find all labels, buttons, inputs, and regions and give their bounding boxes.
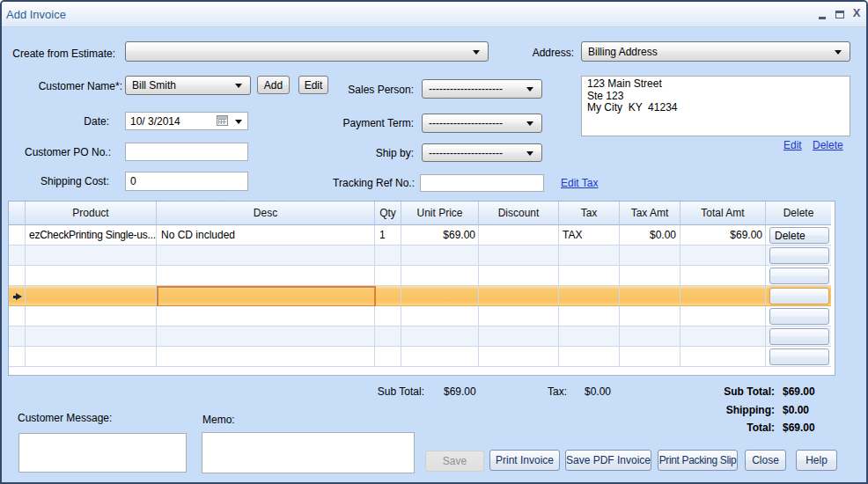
grid-cell-discount[interactable] xyxy=(479,347,559,367)
grid-cell-total-amt[interactable] xyxy=(680,286,766,306)
row-delete-button[interactable] xyxy=(769,288,829,304)
sales-person-combo[interactable]: --------------------- xyxy=(422,79,542,99)
grid-cell-tax-amt[interactable] xyxy=(620,347,680,367)
grid-cell-product[interactable] xyxy=(26,266,157,286)
col-header-discount[interactable]: Discount xyxy=(479,202,559,225)
add-customer-button[interactable]: Add xyxy=(257,76,290,94)
address-edit-link[interactable]: Edit xyxy=(783,139,802,151)
col-header-product[interactable]: Product xyxy=(26,202,157,225)
row-delete-button[interactable] xyxy=(769,328,829,345)
grid-cell-desc[interactable] xyxy=(157,306,375,326)
address-combo[interactable]: Billing Address xyxy=(581,41,850,62)
grid-cell-qty[interactable]: 1 xyxy=(375,225,401,246)
grid-cell-tax[interactable]: TAX xyxy=(559,225,620,246)
save-button[interactable]: Save xyxy=(425,451,484,472)
date-picker[interactable]: 10/ 3/2014 xyxy=(125,112,248,130)
grid-cell-desc[interactable] xyxy=(157,326,375,347)
col-header-qty[interactable]: Qty xyxy=(375,202,401,225)
grid-cell-qty[interactable] xyxy=(375,326,401,347)
col-header-tax-amt[interactable]: Tax Amt xyxy=(620,202,680,225)
grid-cell-tax-amt[interactable]: $0.00 xyxy=(620,225,680,246)
grid-cell-tax[interactable] xyxy=(559,266,620,286)
customer-message-input[interactable] xyxy=(18,433,187,473)
grid-cell-unit-price[interactable]: $69.00 xyxy=(401,225,479,246)
row-selector-cell[interactable] xyxy=(9,266,26,286)
grid-cell-tax-amt[interactable] xyxy=(620,306,680,326)
grid-cell-qty[interactable] xyxy=(375,347,401,367)
grid-cell-unit-price[interactable] xyxy=(401,326,479,347)
grid-cell-total-amt[interactable] xyxy=(680,306,766,326)
grid-cell-discount[interactable] xyxy=(479,326,559,347)
grid-cell-qty[interactable] xyxy=(375,266,401,286)
grid-cell-product[interactable] xyxy=(26,326,157,347)
row-selector-cell[interactable] xyxy=(9,306,26,326)
close-icon[interactable]: X xyxy=(850,6,863,20)
grid-cell-product[interactable]: ezCheckPrinting Single-us... xyxy=(26,225,157,246)
grid-cell-total-amt[interactable]: $69.00 xyxy=(680,225,766,246)
save-pdf-invoice-button[interactable]: Save PDF Invoice xyxy=(565,450,651,471)
grid-cell-tax[interactable] xyxy=(559,347,620,367)
create-from-estimate-combo[interactable] xyxy=(125,41,489,62)
grid-cell-qty[interactable] xyxy=(375,286,401,306)
row-delete-button[interactable] xyxy=(769,308,829,325)
edit-customer-button[interactable]: Edit xyxy=(298,76,328,94)
grid-cell-tax-amt[interactable] xyxy=(620,246,680,266)
row-delete-button[interactable] xyxy=(769,348,829,365)
grid-cell-unit-price[interactable] xyxy=(401,347,479,367)
grid-cell-tax-amt[interactable] xyxy=(620,326,680,347)
grid-cell-product[interactable] xyxy=(26,306,157,326)
ship-by-combo[interactable]: --------------------- xyxy=(422,143,542,162)
print-invoice-button[interactable]: Print Invoice xyxy=(489,450,560,471)
current-cell-outline[interactable] xyxy=(157,286,376,307)
row-selector-cell[interactable] xyxy=(9,246,26,266)
print-packing-slip-button[interactable]: Print Packing Slip xyxy=(658,450,738,471)
grid-cell-product[interactable] xyxy=(26,347,157,367)
maximize-icon[interactable] xyxy=(835,11,844,18)
grid-cell-unit-price[interactable] xyxy=(401,246,479,266)
row-delete-button[interactable] xyxy=(769,247,829,264)
grid-cell-total-amt[interactable] xyxy=(680,347,766,367)
row-delete-button[interactable] xyxy=(769,268,829,284)
address-delete-link[interactable]: Delete xyxy=(813,139,843,151)
row-delete-button[interactable]: Delete xyxy=(769,227,829,244)
grid-cell-discount[interactable] xyxy=(479,286,559,306)
row-selector-cell[interactable] xyxy=(9,347,26,367)
tracking-ref-input[interactable] xyxy=(420,174,544,192)
row-selector-cell[interactable] xyxy=(9,326,26,347)
grid-cell-discount[interactable] xyxy=(479,266,559,286)
grid-cell-tax-amt[interactable] xyxy=(620,266,680,286)
grid-cell-desc[interactable]: No CD included xyxy=(157,225,375,246)
grid-cell-total-amt[interactable] xyxy=(680,266,766,286)
grid-cell-unit-price[interactable] xyxy=(401,266,479,286)
col-header-desc[interactable]: Desc xyxy=(157,202,375,225)
grid-cell-tax[interactable] xyxy=(559,286,620,306)
grid-cell-desc[interactable] xyxy=(157,246,375,266)
grid-cell-tax[interactable] xyxy=(559,326,620,347)
memo-input[interactable] xyxy=(202,432,415,473)
edit-tax-link[interactable]: Edit Tax xyxy=(561,177,598,189)
grid-cell-discount[interactable] xyxy=(479,306,559,326)
customer-po-input[interactable] xyxy=(125,143,248,161)
grid-cell-unit-price[interactable] xyxy=(401,286,479,306)
grid-cell-tax-amt[interactable] xyxy=(620,286,680,306)
shipping-cost-input[interactable]: 0 xyxy=(125,172,248,191)
grid-cell-desc[interactable] xyxy=(157,266,375,286)
payment-term-combo[interactable]: --------------------- xyxy=(422,114,542,133)
grid-cell-desc[interactable] xyxy=(157,347,375,367)
grid-cell-total-amt[interactable] xyxy=(680,246,766,266)
minimize-icon[interactable] xyxy=(819,17,826,19)
grid-cell-tax[interactable] xyxy=(559,306,620,326)
grid-cell-tax[interactable] xyxy=(559,246,620,266)
grid-cell-qty[interactable] xyxy=(375,246,401,266)
row-selector-cell[interactable] xyxy=(9,225,26,246)
close-button[interactable]: Close xyxy=(745,450,786,471)
grid-cell-discount[interactable] xyxy=(479,225,559,246)
col-header-unit-price[interactable]: Unit Price xyxy=(401,202,479,225)
grid-cell-product[interactable] xyxy=(26,286,157,306)
billing-address-text[interactable]: 123 Main Street Ste 123 My City KY 41234 xyxy=(581,76,850,136)
grid-cell-product[interactable] xyxy=(26,246,157,266)
customer-name-combo[interactable]: Bill Smith xyxy=(125,76,251,95)
grid-cell-unit-price[interactable] xyxy=(401,306,479,326)
grid-cell-qty[interactable] xyxy=(375,306,401,326)
col-header-total-amt[interactable]: Total Amt xyxy=(680,202,766,225)
